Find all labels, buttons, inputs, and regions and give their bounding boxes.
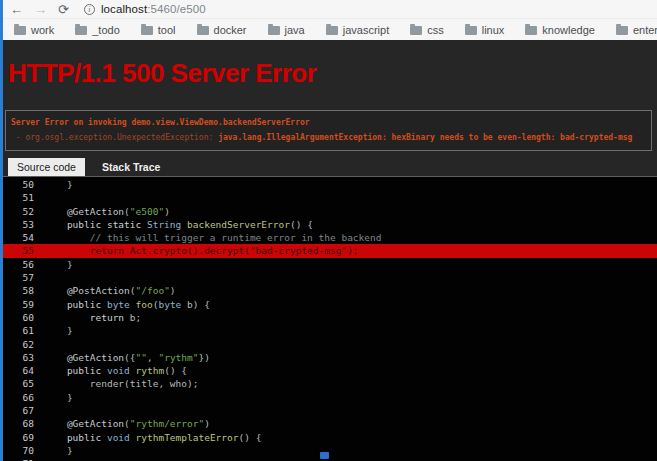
browser-toolbar: ← → ⟳ i localhost:5460/e500 xyxy=(0,0,657,19)
code-line: 58 @PostAction("/foo") xyxy=(0,284,657,297)
line-number: 59 xyxy=(0,298,34,311)
address-bar[interactable]: i localhost:5460/e500 xyxy=(84,3,206,15)
code-line: 52 @GetAction("e500") xyxy=(0,205,657,218)
folder-icon xyxy=(268,26,280,35)
bookmark-label: javascript xyxy=(343,24,389,36)
bookmark-item[interactable]: css xyxy=(410,24,444,36)
code-line: 57 xyxy=(0,271,657,284)
bookmark-label: linux xyxy=(482,24,505,36)
line-number: 60 xyxy=(0,311,34,324)
bookmark-item[interactable]: tool xyxy=(141,24,176,36)
bookmark-label: java xyxy=(285,24,305,36)
line-number: 66 xyxy=(0,391,34,404)
code-line: 56 } xyxy=(0,258,657,271)
folder-icon xyxy=(410,26,422,35)
code-line: 61 } xyxy=(0,324,657,337)
code-line: 59 public byte foo(byte b) { xyxy=(0,298,657,311)
code-line: 67 xyxy=(0,404,657,417)
bookmark-label: knowledge xyxy=(542,24,595,36)
code-line: 54 // this will trigger a runtime error … xyxy=(0,231,657,244)
error-detail-exception: java.lang.IllegalArgumentException: hexB… xyxy=(218,133,632,142)
page-title: HTTP/1.1 500 Server Error xyxy=(8,58,657,89)
bookmark-item[interactable]: _todo xyxy=(75,24,120,36)
line-number: 71 xyxy=(0,457,34,461)
line-number: 54 xyxy=(0,231,34,244)
folder-icon xyxy=(525,26,537,35)
line-number: 63 xyxy=(0,351,34,364)
error-detail: - org.osgl.exception.UnexpectedException… xyxy=(11,133,646,142)
url-path: :5460/e500 xyxy=(147,3,206,15)
bookmark-item[interactable]: knowledge xyxy=(525,24,595,36)
line-number: 53 xyxy=(0,218,34,231)
folder-icon xyxy=(141,26,153,35)
line-number: 62 xyxy=(0,338,34,351)
bookmark-item[interactable]: java xyxy=(268,24,305,36)
folder-icon xyxy=(616,26,628,35)
bookmark-label: tool xyxy=(158,24,176,36)
code-line: 64 public void rythm() { xyxy=(0,364,657,377)
code-line: 51 xyxy=(0,191,657,204)
code-line: 68 @GetAction("rythm/error") xyxy=(0,417,657,430)
browser-window: ← → ⟳ i localhost:5460/e500 work_todotoo… xyxy=(0,0,657,461)
folder-icon xyxy=(14,26,26,35)
code-line: 65 render(title, who); xyxy=(0,377,657,390)
error-page: HTTP/1.1 500 Server Error Server Error o… xyxy=(0,40,657,461)
line-number: 56 xyxy=(0,258,34,271)
bookmark-item[interactable]: javascript xyxy=(326,24,389,36)
error-message-box: Server Error on invoking demo.view.ViewD… xyxy=(5,110,652,151)
bookmark-label: entertain xyxy=(633,24,657,36)
url-text[interactable]: localhost:5460/e500 xyxy=(101,3,206,15)
bookmarks-bar: work_todotooldockerjavajavascriptcsslinu… xyxy=(0,19,657,40)
cursor-artifact xyxy=(320,452,329,459)
bookmark-item[interactable]: docker xyxy=(197,24,247,36)
bookmark-label: _todo xyxy=(92,24,120,36)
url-host: localhost xyxy=(101,3,147,15)
error-summary: Server Error on invoking demo.view.ViewD… xyxy=(11,118,646,127)
code-line: 53 public static String backendServerErr… xyxy=(0,218,657,231)
bookmark-item[interactable]: linux xyxy=(465,24,505,36)
tab-source-code[interactable]: Source code xyxy=(8,158,85,176)
code-line: 50 } xyxy=(0,178,657,191)
line-number: 58 xyxy=(0,284,34,297)
bookmark-label: css xyxy=(427,24,444,36)
code-line: 63 @GetAction({"", "rythm"}) xyxy=(0,351,657,364)
line-number: 69 xyxy=(0,431,34,444)
forward-icon[interactable]: → xyxy=(34,3,47,16)
code-line: 60 return b; xyxy=(0,311,657,324)
line-number: 55 xyxy=(0,244,34,257)
code-line: 69 public void rythmTemplateError() { xyxy=(0,431,657,444)
line-number: 64 xyxy=(0,364,34,377)
line-number: 70 xyxy=(0,444,34,457)
bookmark-item[interactable]: work xyxy=(14,24,54,36)
line-number: 65 xyxy=(0,377,34,390)
bookmark-label: docker xyxy=(214,24,247,36)
line-number: 68 xyxy=(0,417,34,430)
folder-icon xyxy=(465,26,477,35)
line-number: 61 xyxy=(0,324,34,337)
bookmark-item[interactable]: entertain xyxy=(616,24,657,36)
code-line: 66 } xyxy=(0,391,657,404)
bookmark-label: work xyxy=(31,24,54,36)
line-number: 50 xyxy=(0,178,34,191)
line-number: 51 xyxy=(0,191,34,204)
folder-icon xyxy=(197,26,209,35)
code-line-highlighted: 55 return Act.crypto().decrypt("bad-cryp… xyxy=(0,244,657,257)
error-detail-prefix: - org.osgl.exception.UnexpectedException… xyxy=(11,133,213,142)
code-area: 50 }5152 @GetAction("e500")53 public sta… xyxy=(0,176,657,461)
code-line: 62 xyxy=(0,338,657,351)
tab-stack-trace[interactable]: Stack Trace xyxy=(98,158,164,176)
line-number: 52 xyxy=(0,205,34,218)
folder-icon xyxy=(75,26,87,35)
line-number: 67 xyxy=(0,404,34,417)
back-icon[interactable]: ← xyxy=(10,3,23,16)
folder-icon xyxy=(326,26,338,35)
tab-row: Source code Stack Trace xyxy=(8,158,657,176)
line-number: 57 xyxy=(0,271,34,284)
info-icon[interactable]: i xyxy=(84,4,95,15)
reload-icon[interactable]: ⟳ xyxy=(58,3,69,16)
window-edge-strip xyxy=(0,0,3,461)
